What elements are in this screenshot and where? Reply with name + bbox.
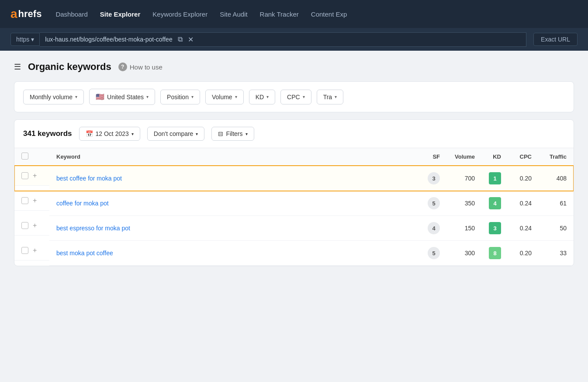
chevron-down-icon: ▾ (235, 94, 237, 99)
hamburger-icon[interactable]: ☰ (14, 62, 21, 72)
table-row: + best moka pot coffee 5 300 8 0.20 33 (14, 241, 574, 266)
protocol-chevron-icon: ▾ (31, 36, 34, 43)
row-checkbox[interactable] (21, 247, 28, 254)
row-kd: 4 (482, 191, 508, 216)
row-checkbox[interactable] (21, 222, 28, 229)
row-sf: 3 (421, 166, 447, 191)
table-row: + best espresso for moka pot 4 150 3 0.2… (14, 216, 574, 241)
sf-badge: 3 (428, 172, 440, 184)
nav-rank-tracker[interactable]: Rank Tracker (260, 10, 299, 18)
nav-content-exp[interactable]: Content Exp (311, 10, 347, 18)
volume-filter[interactable]: Volume ▾ (205, 90, 244, 104)
date-picker-button[interactable]: 📅 12 Oct 2023 ▾ (79, 127, 140, 141)
row-sf: 4 (421, 216, 447, 241)
add-keyword-button[interactable]: + (33, 197, 37, 204)
url-actions: ⧉ ✕ (178, 35, 194, 44)
row-volume: 350 (447, 191, 482, 216)
row-traffic: 408 (539, 166, 574, 191)
logo[interactable]: a hrefs (10, 7, 42, 21)
row-cpc: 0.24 (508, 216, 539, 241)
th-cpc: CPC (508, 148, 539, 166)
row-actions: + (14, 216, 49, 236)
nav-keywords-explorer[interactable]: Keywords Explorer (152, 10, 208, 18)
row-volume: 700 (447, 166, 482, 191)
nav-links: Dashboard Site Explorer Keywords Explore… (55, 10, 347, 18)
position-filter[interactable]: Position ▾ (160, 90, 200, 104)
th-sf: SF (421, 148, 447, 166)
chevron-down-icon: ▾ (246, 132, 248, 136)
sf-badge: 5 (428, 247, 440, 259)
row-cpc: 0.24 (508, 191, 539, 216)
traffic-filter[interactable]: Tra ▾ (317, 90, 343, 104)
filter-icon: ⊟ (218, 130, 223, 137)
keyword-link[interactable]: coffee for moka pot (56, 200, 109, 207)
add-keyword-button[interactable]: + (33, 222, 37, 229)
row-traffic: 33 (539, 241, 574, 266)
chevron-down-icon: ▾ (75, 94, 77, 99)
exact-url-badge[interactable]: Exact URL (533, 33, 578, 46)
data-section: 341 keywords 📅 12 Oct 2023 ▾ Don't compa… (14, 119, 574, 266)
close-icon[interactable]: ✕ (188, 35, 194, 44)
row-traffic: 61 (539, 191, 574, 216)
row-volume: 150 (447, 216, 482, 241)
page-title: Organic keywords (28, 61, 111, 73)
chevron-down-icon: ▾ (335, 94, 337, 99)
keyword-link[interactable]: best coffee for moka pot (56, 175, 122, 182)
kd-badge: 1 (489, 172, 501, 184)
us-flag-icon: 🇺🇸 (96, 93, 104, 101)
row-checkbox[interactable] (21, 197, 28, 204)
row-keyword: best coffee for moka pot (49, 166, 421, 191)
kd-badge: 8 (489, 247, 501, 259)
cpc-filter[interactable]: CPC ▾ (280, 90, 311, 104)
row-checkbox[interactable] (21, 172, 28, 179)
keywords-table: Keyword SF Volume KD CPC Traffic + best … (14, 148, 574, 266)
row-keyword: best moka pot coffee (49, 241, 421, 266)
kd-badge: 4 (489, 197, 501, 209)
country-filter[interactable]: 🇺🇸 United States ▾ (89, 89, 155, 105)
sf-badge: 5 (428, 197, 440, 209)
monthly-volume-filter[interactable]: Monthly volume ▾ (23, 90, 84, 104)
table-row: + best coffee for moka pot 3 700 1 0.20 … (14, 166, 574, 191)
row-actions: + (14, 166, 49, 186)
keyword-link[interactable]: best moka pot coffee (56, 250, 113, 257)
top-navigation: a hrefs Dashboard Site Explorer Keywords… (0, 0, 588, 28)
row-keyword: best espresso for moka pot (49, 216, 421, 241)
filter-bar: Monthly volume ▾ 🇺🇸 United States ▾ Posi… (14, 81, 574, 112)
chevron-down-icon: ▾ (131, 132, 134, 136)
th-keyword: Keyword (49, 148, 421, 166)
row-keyword: coffee for moka pot (49, 191, 421, 216)
compare-button[interactable]: Don't compare ▾ (147, 127, 205, 141)
nav-site-explorer[interactable]: Site Explorer (100, 10, 141, 18)
how-to-use-link[interactable]: ? How to use (118, 63, 163, 71)
table-toolbar: 341 keywords 📅 12 Oct 2023 ▾ Don't compa… (14, 120, 574, 148)
th-volume: Volume (447, 148, 482, 166)
add-keyword-button[interactable]: + (33, 172, 37, 179)
row-kd: 8 (482, 241, 508, 266)
protocol-selector[interactable]: https ▾ (10, 33, 40, 46)
page-content: ☰ Organic keywords ? How to use Monthly … (0, 51, 588, 382)
filters-button[interactable]: ⊟ Filters ▾ (211, 127, 254, 141)
select-all-checkbox[interactable] (21, 153, 28, 160)
kd-badge: 3 (489, 222, 501, 234)
row-actions: + (14, 191, 49, 211)
page-header: ☰ Organic keywords ? How to use (14, 61, 574, 73)
sf-badge: 4 (428, 222, 440, 234)
row-cpc: 0.20 (508, 166, 539, 191)
chevron-down-icon: ▾ (196, 132, 198, 136)
row-traffic: 50 (539, 216, 574, 241)
url-bar: https ▾ lux-haus.net/blogs/coffee/best-m… (0, 28, 588, 51)
row-kd: 3 (482, 216, 508, 241)
chevron-down-icon: ▾ (266, 94, 269, 99)
th-traffic: Traffic (539, 148, 574, 166)
calendar-icon: 📅 (86, 130, 93, 137)
nav-dashboard[interactable]: Dashboard (55, 10, 87, 18)
kd-filter[interactable]: KD ▾ (249, 90, 275, 104)
add-keyword-button[interactable]: + (33, 247, 37, 254)
nav-site-audit[interactable]: Site Audit (220, 10, 247, 18)
logo-a: a (10, 7, 17, 21)
external-link-icon[interactable]: ⧉ (178, 35, 183, 43)
keyword-link[interactable]: best espresso for moka pot (56, 225, 130, 232)
th-kd: KD (482, 148, 508, 166)
keywords-count: 341 keywords (23, 129, 72, 138)
url-input[interactable]: lux-haus.net/blogs/coffee/best-moka-pot-… (40, 32, 526, 47)
